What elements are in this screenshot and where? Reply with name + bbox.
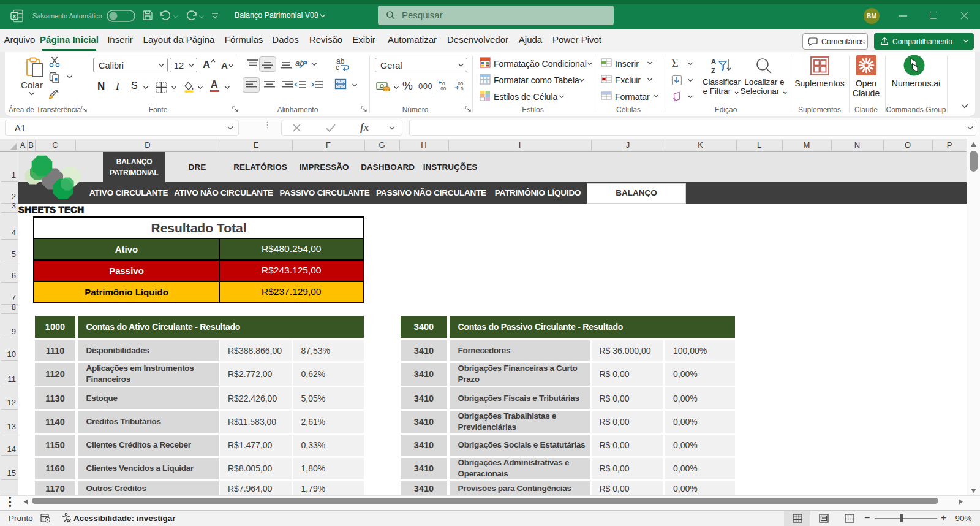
svg-text:A: A	[711, 58, 716, 65]
svg-text:Z: Z	[711, 67, 715, 74]
svg-text:.00: .00	[439, 86, 447, 91]
svg-text:0: 0	[461, 86, 464, 91]
